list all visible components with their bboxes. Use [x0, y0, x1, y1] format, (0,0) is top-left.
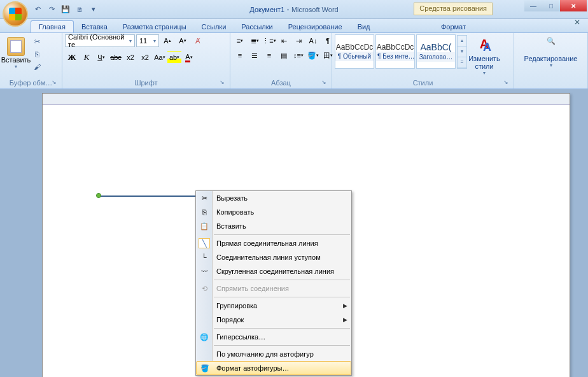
change-styles-button[interactable]: AA Изменить стили ▾ — [468, 34, 500, 76]
menu-separator-5 — [214, 345, 350, 346]
menu-hyperlink[interactable]: 🌐Гиперссылка… — [196, 330, 351, 344]
close-button[interactable]: ✕ — [560, 0, 587, 11]
tab-format[interactable]: Формат — [433, 21, 473, 32]
contextual-tab-label: Средства рисования — [414, 3, 493, 15]
maximize-button[interactable]: □ — [542, 0, 560, 11]
bullets-button[interactable]: ≡▾ — [233, 34, 247, 47]
office-button[interactable] — [3, 1, 28, 27]
decrease-indent-button[interactable]: ⇤ — [277, 34, 291, 47]
paragraph-launcher[interactable]: ↘ — [320, 79, 328, 87]
shrink-font-button[interactable]: A▾ — [176, 34, 190, 47]
underline-button[interactable]: Ч ▾ — [94, 51, 108, 64]
hyperlink-icon: 🌐 — [199, 332, 210, 342]
tab-insert[interactable]: Вставка — [74, 21, 115, 32]
menu-format-autoshape[interactable]: 🪣Формат автофигуры… — [196, 361, 351, 375]
straight-connector-icon: ╲ — [199, 238, 210, 248]
strikethrough-button[interactable]: abc — [109, 51, 123, 64]
styles-scroll: ▴ ▾ ≡ — [457, 35, 467, 69]
clear-formatting-button[interactable]: A̸ — [191, 34, 205, 47]
menu-grouping[interactable]: Группировка▶ — [196, 299, 351, 313]
align-left-button[interactable]: ≡ — [233, 49, 247, 62]
align-center-button[interactable]: ☰ — [248, 49, 262, 62]
styles-scroll-up[interactable]: ▴ — [458, 36, 466, 46]
menu-elbow-connector[interactable]: └Соединительная линия уступом — [196, 250, 351, 264]
tab-references[interactable]: Ссылки — [194, 21, 234, 32]
shape-handle-start[interactable] — [96, 193, 101, 198]
clipboard-launcher[interactable]: ↘ — [50, 79, 58, 87]
find-icon: 🔍 — [542, 37, 560, 53]
group-label-font: Шрифт↘ — [65, 78, 227, 87]
styles-scroll-down[interactable]: ▾ — [458, 46, 466, 57]
document-close-button[interactable]: ✕ — [574, 18, 584, 27]
line-spacing-button[interactable]: ↕≡▾ — [291, 49, 305, 62]
window-controls: — □ ✕ — [524, 0, 587, 11]
bold-button[interactable]: Ж — [65, 51, 79, 64]
menu-straight-connector[interactable]: ╲Прямая соединительная линия — [196, 236, 351, 250]
submenu-arrow-icon: ▶ — [343, 317, 347, 323]
ruler[interactable] — [43, 94, 570, 105]
menu-separator-1 — [214, 234, 350, 235]
copy-icon: ⎘ — [199, 207, 210, 217]
menu-copy[interactable]: ⎘Копировать — [196, 205, 351, 219]
redo-button[interactable]: ↷ — [46, 4, 57, 15]
styles-launcher[interactable]: ↘ — [502, 79, 510, 87]
shape-line[interactable] — [98, 196, 200, 197]
menu-paste[interactable]: 📋Вставить — [196, 219, 351, 233]
paste-button[interactable]: Вставить ▾ — [3, 34, 29, 69]
paste-label: Вставить — [1, 56, 31, 64]
elbow-connector-icon: └ — [199, 252, 210, 262]
menu-order[interactable]: Порядок▶ — [196, 313, 351, 327]
tab-mailings[interactable]: Рассылки — [234, 21, 280, 32]
menu-cut[interactable]: ✂Вырезать — [196, 191, 351, 205]
context-menu: ✂Вырезать ⎘Копировать 📋Вставить ╲Прямая … — [195, 190, 352, 376]
increase-indent-button[interactable]: ⇥ — [291, 34, 305, 47]
subscript-button[interactable]: x2 — [123, 51, 137, 64]
format-painter-button[interactable]: 🖌 — [31, 61, 43, 73]
font-size-combo[interactable]: 11▾ — [136, 34, 159, 47]
editing-button[interactable]: 🔍 Редактирование ▾ — [522, 34, 580, 68]
minimize-button[interactable]: — — [524, 0, 542, 11]
qat-customize-button[interactable]: ▾ — [88, 4, 99, 15]
menu-default-autoshape[interactable]: По умолчанию для автофигур — [196, 347, 351, 361]
highlight-button[interactable]: ab▾ — [167, 51, 181, 64]
ribbon: Вставить ▾ ✂ ⎘ 🖌 Буфер обм…↘ Calibri (Ос… — [0, 33, 588, 89]
cut-icon: ✂ — [199, 193, 210, 203]
change-case-button[interactable]: Aa▾ — [153, 51, 167, 64]
undo-button[interactable]: ↶ — [32, 4, 43, 15]
quick-access-toolbar: ↶ ↷ 💾 🗎 ▾ — [32, 4, 99, 15]
font-color-button[interactable]: A▾ — [182, 51, 196, 64]
multilevel-button[interactable]: ⋮≡▾ — [262, 34, 276, 47]
sort-button[interactable]: A↓ — [306, 34, 320, 47]
cut-button[interactable]: ✂ — [31, 36, 43, 47]
format-autoshape-icon: 🪣 — [199, 363, 211, 373]
style-no-spacing[interactable]: AaBbCcDc¶ Без инте… — [375, 34, 415, 69]
print-preview-button[interactable]: 🗎 — [74, 4, 85, 15]
style-heading[interactable]: AaBbC(Заголово… — [416, 34, 456, 69]
menu-separator-4 — [214, 328, 350, 329]
group-label-styles: Стили↘ — [335, 78, 511, 87]
menu-curved-connector[interactable]: 〰Скругленная соединительная линия — [196, 264, 351, 278]
styles-expand[interactable]: ≡ — [458, 57, 466, 68]
tab-review[interactable]: Рецензирование — [281, 21, 350, 32]
group-label-paragraph: Абзац↘ — [233, 78, 329, 87]
numbering-button[interactable]: ≣▾ — [248, 34, 262, 47]
superscript-button[interactable]: x2 — [138, 51, 152, 64]
grow-font-button[interactable]: A▴ — [160, 34, 174, 47]
submenu-arrow-icon: ▶ — [343, 302, 347, 309]
font-name-combo[interactable]: Calibri (Основной те▾ — [65, 34, 135, 47]
shading-button[interactable]: 🪣▾ — [306, 49, 320, 62]
save-button[interactable]: 💾 — [60, 4, 71, 15]
italic-button[interactable]: К — [80, 51, 94, 64]
copy-button[interactable]: ⎘ — [31, 48, 43, 60]
curved-connector-icon: 〰 — [199, 266, 210, 276]
menu-separator-3 — [214, 297, 350, 297]
tab-page-layout[interactable]: Разметка страницы — [115, 21, 194, 32]
align-right-button[interactable]: ≡ — [262, 49, 276, 62]
style-normal[interactable]: AaBbCcDc¶ Обычный — [335, 34, 374, 69]
font-launcher[interactable]: ↘ — [218, 79, 226, 87]
tab-home[interactable]: Главная — [31, 20, 74, 32]
justify-button[interactable]: ▤ — [277, 49, 291, 62]
tab-view[interactable]: Вид — [350, 21, 378, 32]
office-logo-icon — [9, 8, 22, 20]
titlebar: ↶ ↷ 💾 🗎 ▾ Документ1 - Microsoft Word Сре… — [0, 0, 588, 19]
